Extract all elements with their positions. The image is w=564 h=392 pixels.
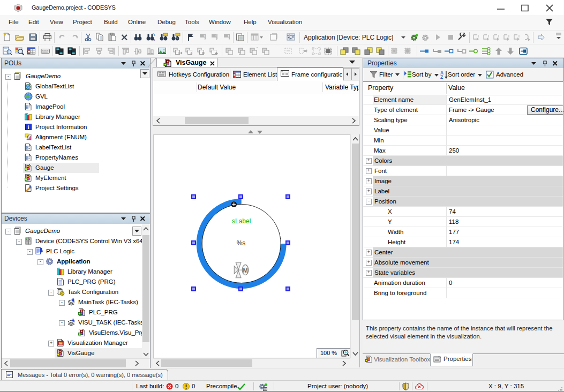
- svg-text:M: M: [243, 267, 247, 274]
- svg-text:i: i: [28, 124, 29, 130]
- svg-text:Z: Z: [440, 74, 443, 79]
- svg-text:sLabel: sLabel: [232, 217, 251, 225]
- svg-text:B: B: [153, 39, 155, 42]
- svg-text:%s: %s: [237, 239, 246, 247]
